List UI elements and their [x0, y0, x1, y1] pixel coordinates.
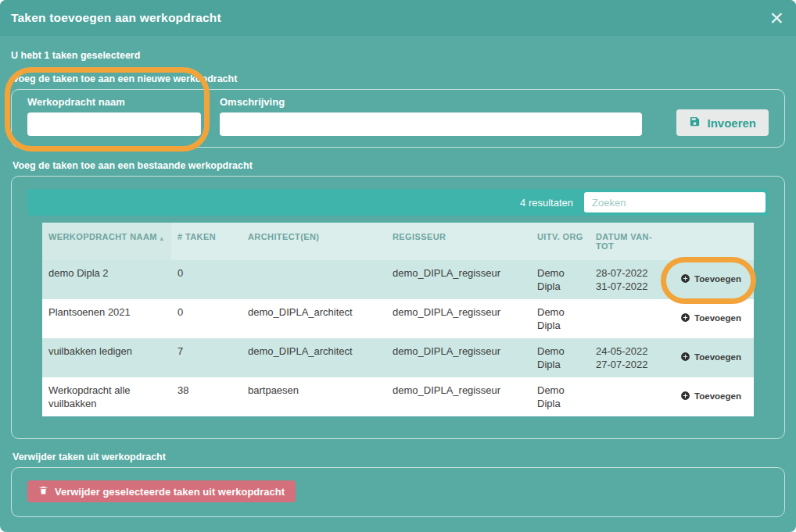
cell-architect: demo_DIPLA_architect	[242, 299, 386, 338]
column-header-uitv-org[interactable]: UITV. ORG	[531, 223, 590, 260]
close-icon[interactable]: ×	[769, 6, 783, 30]
search-input[interactable]	[584, 192, 766, 212]
verwijder-taken-button[interactable]: Verwijder geselecteerde taken uit werkop…	[27, 480, 296, 502]
cell-taken: 7	[171, 338, 242, 377]
save-icon	[689, 116, 701, 130]
cell-datum: 28-07-2022 31-07-2022	[590, 260, 668, 299]
cell-naam: demo Dipla 2	[42, 260, 171, 299]
remove-section-label: Verwijder taken uit werkopdracht	[13, 452, 785, 462]
remove-panel: Verwijder geselecteerde taken uit werkop…	[11, 467, 785, 517]
datum-van: 24-05-2022	[596, 345, 662, 358]
cell-naam: Plantsoenen 2021	[42, 299, 171, 338]
werkopdracht-naam-label: Werkopdracht naam	[27, 96, 201, 108]
table-header-row: ▲ WERKOPDRACHT NAAM # TAKEN ARCHITECT(EN…	[42, 223, 754, 260]
toevoegen-button[interactable]: Toevoegen	[680, 273, 741, 285]
results-count: 4 resultaten	[520, 197, 573, 209]
plus-circle-icon	[680, 352, 690, 363]
datum-van: 28-07-2022	[596, 266, 662, 280]
cell-taken: 38	[171, 377, 242, 416]
table-row: demo Dipla 2 0 demo_DIPLA_regisseur Demo…	[42, 260, 754, 299]
cell-taken: 0	[171, 299, 242, 338]
toevoegen-button-label: Toevoegen	[694, 274, 741, 284]
modal-body: U hebt 1 taken geselecteerd Voeg de take…	[0, 36, 796, 517]
cell-regisseur: demo_DIPLA_regisseur	[386, 377, 531, 416]
cell-naam: vuilbakken ledigen	[42, 338, 171, 377]
cell-uitv-org: Demo Dipla	[531, 260, 590, 299]
plus-circle-icon	[680, 391, 690, 402]
cell-regisseur: demo_DIPLA_regisseur	[386, 260, 531, 299]
toevoegen-button-label: Toevoegen	[694, 352, 741, 362]
omschrijving-input[interactable]	[220, 112, 642, 136]
column-header-taken[interactable]: # TAKEN	[171, 223, 242, 260]
toevoegen-button-label: Toevoegen	[694, 391, 741, 401]
cell-regisseur: demo_DIPLA_regisseur	[386, 338, 531, 377]
table-row: Plantsoenen 2021 0 demo_DIPLA_architect …	[42, 299, 754, 338]
datum-tot: 31-07-2022	[596, 280, 662, 293]
cell-actie: Toevoegen	[668, 260, 754, 299]
cell-datum	[590, 299, 668, 338]
table-toolbar: 4 resultaten	[27, 189, 769, 216]
cell-uitv-org: Demo Dipla	[531, 299, 590, 338]
plus-circle-icon	[680, 273, 690, 285]
werkopdracht-naam-field-group: Werkopdracht naam	[27, 96, 201, 136]
toevoegen-button[interactable]: Toevoegen	[680, 352, 741, 363]
column-header-actions	[668, 223, 754, 260]
cell-actie: Toevoegen	[668, 338, 754, 377]
toevoegen-button-label: Toevoegen	[694, 313, 741, 323]
cell-architect	[242, 260, 386, 299]
cell-actie: Toevoegen	[668, 377, 754, 416]
column-header-werkopdracht-naam[interactable]: ▲ WERKOPDRACHT NAAM	[42, 223, 171, 260]
datum-tot: 27-07-2022	[596, 358, 662, 371]
new-order-panel: Werkopdracht naam Omschrijving Invoeren	[11, 89, 785, 148]
cell-taken: 0	[171, 260, 242, 299]
omschrijving-label: Omschrijving	[220, 96, 642, 108]
modal-header: Taken toevoegen aan werkopdracht ×	[0, 0, 796, 36]
werkopdracht-table: ▲ WERKOPDRACHT NAAM # TAKEN ARCHITECT(EN…	[42, 223, 754, 416]
cell-regisseur: demo_DIPLA_regisseur	[386, 299, 531, 338]
invoeren-button[interactable]: Invoeren	[676, 109, 769, 136]
column-header-architect[interactable]: ARCHITECT(EN)	[242, 223, 386, 260]
cell-datum: 24-05-2022 27-07-2022	[590, 338, 668, 377]
cell-architect: bartpaesen	[242, 377, 386, 416]
cell-architect: demo_DIPLA_architect	[242, 338, 386, 377]
column-header-datum[interactable]: DATUM VAN-TOT	[590, 223, 668, 260]
cell-datum	[590, 377, 668, 416]
omschrijving-field-group: Omschrijving	[220, 96, 642, 136]
selected-tasks-info: U hebt 1 taken geselecteerd	[11, 50, 785, 61]
existing-order-section-label: Voeg de taken toe aan een bestaande werk…	[13, 160, 785, 171]
plus-circle-icon	[680, 312, 690, 324]
column-header-regisseur[interactable]: REGISSEUR	[386, 223, 531, 260]
sort-asc-icon: ▲	[159, 235, 165, 242]
new-order-section-label: Voeg de taken toe aan een nieuwe werkopd…	[13, 73, 785, 84]
table-row: vuilbakken ledigen 7 demo_DIPLA_architec…	[42, 338, 754, 377]
add-tasks-modal: Taken toevoegen aan werkopdracht × U heb…	[0, 0, 796, 532]
invoeren-button-label: Invoeren	[707, 116, 756, 130]
cell-naam: Werkopdracht alle vuilbakken	[42, 377, 171, 416]
cell-uitv-org: Demo Dipla	[531, 338, 590, 377]
trash-icon	[38, 485, 48, 498]
modal-title: Taken toevoegen aan werkopdracht	[11, 11, 221, 25]
table-row: Werkopdracht alle vuilbakken 38 bartpaes…	[42, 377, 754, 416]
toevoegen-button[interactable]: Toevoegen	[680, 391, 741, 402]
existing-order-panel: 4 resultaten ▲ WERKOPDRACHT NAAM # TAKEN…	[11, 176, 785, 439]
cell-uitv-org: Demo Dipla	[531, 377, 590, 416]
cell-actie: Toevoegen	[668, 299, 754, 338]
werkopdracht-naam-input[interactable]	[27, 112, 201, 136]
verwijder-button-label: Verwijder geselecteerde taken uit werkop…	[55, 486, 285, 498]
toevoegen-button[interactable]: Toevoegen	[680, 312, 741, 324]
